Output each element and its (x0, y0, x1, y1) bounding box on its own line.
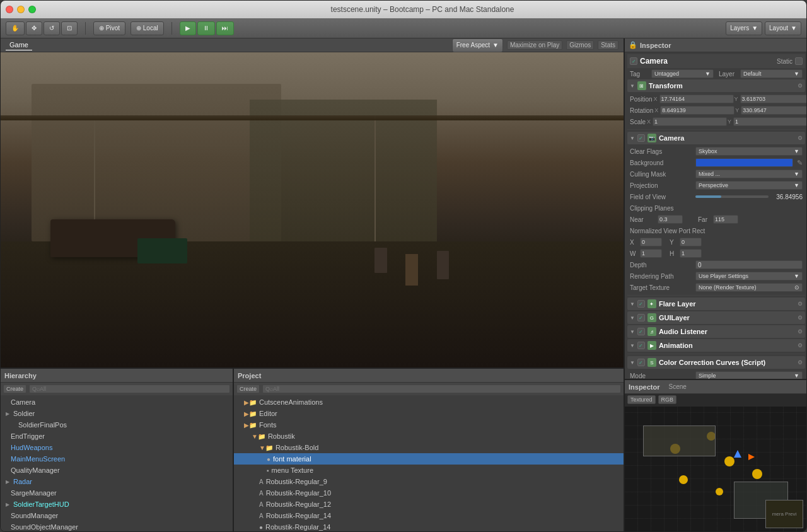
list-item[interactable]: SoundObjectManager (1, 521, 233, 531)
layout-dropdown[interactable]: Layout ▼ (765, 21, 801, 35)
layer-dropdown[interactable]: Default ▼ (740, 69, 803, 78)
hierarchy-create-btn[interactable]: Create (3, 385, 26, 393)
vp-w-input[interactable] (640, 249, 662, 258)
gear-icon[interactable]: ⚙ (798, 328, 803, 335)
layers-dropdown[interactable]: Layers ▼ (726, 21, 762, 35)
camera-component-header[interactable]: ▼ ✓ 📷 Camera ⚙ (627, 132, 805, 144)
pivot-button[interactable]: ⊕ Pivot (93, 21, 125, 35)
list-item[interactable]: MainMenuScreen (1, 453, 233, 465)
vp-x-input[interactable] (640, 238, 662, 246)
play-button[interactable]: ▶ (180, 21, 196, 35)
gizmos-btn[interactable]: Gizmos (566, 40, 594, 50)
step-button[interactable]: ⏭ (216, 21, 234, 35)
list-item[interactable]: ARobustik-Regular_9 (234, 476, 624, 487)
guilayer-header[interactable]: ▼ ✓ G GUILayer ⚙ (627, 311, 805, 324)
gear-icon[interactable]: ⚙ (798, 83, 803, 89)
list-item[interactable]: SoldierFinalPos (1, 419, 233, 431)
transform-component-header[interactable]: ▼ ⊞ Transform ⚙ (627, 79, 805, 92)
static-checkbox[interactable] (795, 57, 803, 65)
list-item[interactable]: HudWeapons (1, 442, 233, 453)
gui-enabled-checkbox[interactable]: ✓ (637, 314, 645, 321)
cc-mode-dropdown[interactable]: Simple ▼ (695, 371, 803, 379)
project-search[interactable] (262, 385, 621, 393)
close-button[interactable] (6, 6, 13, 13)
projection-dropdown[interactable]: Perspective ▼ (695, 181, 803, 190)
maximize-button[interactable] (28, 6, 36, 13)
pos-x-input[interactable] (659, 95, 734, 103)
anim-enabled-checkbox[interactable]: ✓ (637, 342, 645, 349)
list-item[interactable]: EndTrigger (1, 431, 233, 442)
gear-icon[interactable]: ⚙ (798, 315, 803, 321)
list-item[interactable]: SoundManager (1, 510, 233, 521)
list-item[interactable]: ARobustik-Regular_14 (234, 510, 624, 521)
list-item[interactable]: ▼📁Robustik-Bold (234, 442, 624, 453)
list-item[interactable]: ARobustik-Regular_10 (234, 487, 624, 499)
culling-mask-dropdown[interactable]: Mixed ... ▼ (695, 170, 803, 178)
clear-flags-dropdown[interactable]: Skybox ▼ (695, 147, 803, 156)
move-tool[interactable]: ✥ (26, 21, 42, 35)
pos-y-input[interactable] (740, 95, 806, 103)
textured-btn[interactable]: Textured (627, 395, 656, 404)
local-button[interactable]: ⊕ Local (131, 21, 164, 35)
hierarchy-search[interactable] (29, 385, 230, 393)
maximize-on-play-btn[interactable]: Maximize on Play (507, 40, 562, 50)
cc-enabled-checkbox[interactable]: ✓ (637, 359, 645, 366)
fov-slider[interactable] (695, 195, 769, 198)
target-dropdown[interactable]: None (Render Texture) ⊙ (695, 283, 803, 292)
project-toolbar: Create (234, 383, 624, 395)
scl-y-input[interactable] (733, 117, 806, 126)
list-item[interactable]: ▶SoldierTargetHUD (1, 499, 233, 510)
rot-x-input[interactable] (660, 106, 734, 115)
list-item[interactable]: ▶Radar (1, 476, 233, 487)
audio-enabled-checkbox[interactable]: ✓ (637, 328, 645, 335)
tag-dropdown[interactable]: Untagged ▼ (651, 69, 714, 78)
hand-tool[interactable]: ✋ (6, 21, 25, 35)
rendering-dropdown[interactable]: Use Player Settings ▼ (695, 272, 803, 280)
audio-listener-header[interactable]: ▼ ✓ ♬ Audio Listener ⚙ (627, 325, 805, 338)
list-item[interactable]: ▶📁Editor (234, 408, 624, 419)
gear-icon[interactable]: ⚙ (798, 342, 803, 349)
rgb-btn[interactable]: RGB (658, 395, 677, 404)
list-item[interactable]: ●font material (234, 453, 624, 465)
list-item[interactable]: ▶📁CutsceneAnimations (234, 396, 624, 408)
vp-y-input[interactable] (680, 238, 702, 246)
animation-header[interactable]: ▼ ✓ ▶ Animation ⚙ (627, 339, 805, 352)
minimize-button[interactable] (17, 6, 25, 13)
game-tab[interactable]: Game (6, 40, 32, 50)
background-color[interactable] (695, 158, 793, 167)
near-input[interactable] (658, 215, 683, 224)
list-item[interactable]: ▪menu Texture (234, 465, 624, 476)
stats-btn[interactable]: Stats (598, 40, 618, 50)
depth-input[interactable] (695, 260, 803, 269)
rotate-tool[interactable]: ↺ (44, 21, 60, 35)
active-checkbox[interactable]: ✓ (630, 57, 637, 65)
color-pick-icon[interactable]: ✎ (797, 159, 803, 167)
scl-x-input[interactable] (653, 117, 727, 126)
flare-layer-header[interactable]: ▼ ✓ ✦ Flare Layer ⚙ (627, 298, 805, 310)
color-correction-header[interactable]: ▼ ✓ S Color Correction Curves (Script) ⚙ (627, 356, 805, 369)
rot-x-field: X (654, 106, 734, 115)
list-item[interactable]: ▼📁Robustik (234, 431, 624, 442)
gear-icon[interactable]: ⚙ (798, 135, 803, 141)
project-create-btn[interactable]: Create (236, 385, 260, 393)
building-topdown (643, 425, 716, 457)
far-input[interactable] (713, 215, 738, 224)
list-item[interactable]: QualityManager (1, 465, 233, 476)
camera-enabled-checkbox[interactable]: ✓ (637, 134, 645, 142)
list-item[interactable]: ▶📁Fonts (234, 419, 624, 431)
flare-enabled-checkbox[interactable]: ✓ (637, 300, 645, 308)
list-item[interactable]: ARobustik-Regular_12 (234, 499, 624, 510)
list-item[interactable]: ▶Soldier (1, 408, 233, 419)
list-item[interactable]: Camera (1, 396, 233, 408)
position-fields: X Y Z (654, 95, 806, 103)
rot-y-input[interactable] (741, 106, 806, 115)
aspect-dropdown[interactable]: Free Aspect ▼ (452, 38, 503, 52)
list-item[interactable]: ●Robustik-Regular_14 (234, 521, 624, 531)
pause-button[interactable]: ⏸ (197, 21, 215, 35)
scale-tool[interactable]: ⊡ (61, 21, 78, 35)
vp-h-input[interactable] (680, 249, 702, 258)
gear-icon[interactable]: ⚙ (798, 301, 803, 307)
gear-icon[interactable]: ⚙ (798, 359, 803, 366)
list-item[interactable]: SargeManager (1, 487, 233, 499)
hierarchy-content: Camera ▶Soldier SoldierFinalPos EndTrigg… (1, 395, 233, 531)
